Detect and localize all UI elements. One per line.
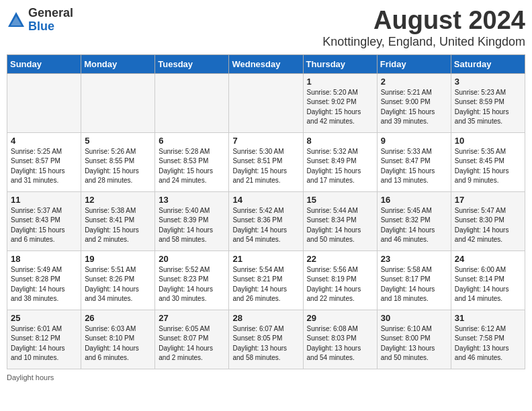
day-info: Sunrise: 6:03 AM Sunset: 8:10 PM Dayligh… xyxy=(85,324,151,363)
day-info: Sunrise: 5:37 AM Sunset: 8:43 PM Dayligh… xyxy=(11,206,77,245)
calendar-day-cell: 21Sunrise: 5:54 AM Sunset: 8:21 PM Dayli… xyxy=(229,250,303,310)
calendar-day-cell: 16Sunrise: 5:45 AM Sunset: 8:32 PM Dayli… xyxy=(377,191,451,250)
day-number: 6 xyxy=(159,136,225,146)
day-number: 2 xyxy=(381,77,447,87)
calendar-day-cell xyxy=(81,73,155,132)
day-number: 1 xyxy=(307,77,373,87)
calendar-day-cell: 8Sunrise: 5:32 AM Sunset: 8:49 PM Daylig… xyxy=(303,132,377,191)
day-info: Sunrise: 6:01 AM Sunset: 8:12 PM Dayligh… xyxy=(11,324,77,363)
month-title: August 2024 xyxy=(322,7,525,35)
day-number: 7 xyxy=(232,136,299,146)
day-of-week-header: Saturday xyxy=(451,54,525,73)
calendar-day-cell: 15Sunrise: 5:44 AM Sunset: 8:34 PM Dayli… xyxy=(303,191,377,250)
calendar-day-cell: 31Sunrise: 6:12 AM Sunset: 7:58 PM Dayli… xyxy=(451,310,525,369)
day-info: Sunrise: 6:00 AM Sunset: 8:14 PM Dayligh… xyxy=(455,265,521,304)
day-info: Sunrise: 5:40 AM Sunset: 8:39 PM Dayligh… xyxy=(159,206,225,245)
daylight-hours-label: Daylight hours xyxy=(7,373,54,381)
calendar-day-cell: 1Sunrise: 5:20 AM Sunset: 9:02 PM Daylig… xyxy=(303,73,377,132)
calendar-day-cell: 4Sunrise: 5:25 AM Sunset: 8:57 PM Daylig… xyxy=(7,132,81,191)
calendar-day-cell xyxy=(229,73,303,132)
day-number: 25 xyxy=(11,313,77,323)
day-info: Sunrise: 5:25 AM Sunset: 8:57 PM Dayligh… xyxy=(11,147,77,186)
day-number: 3 xyxy=(455,77,521,87)
day-number: 14 xyxy=(232,195,299,205)
calendar-table: SundayMondayTuesdayWednesdayThursdayFrid… xyxy=(7,54,525,369)
calendar-day-cell: 13Sunrise: 5:40 AM Sunset: 8:39 PM Dayli… xyxy=(155,191,229,250)
day-info: Sunrise: 6:10 AM Sunset: 8:00 PM Dayligh… xyxy=(381,324,447,363)
calendar-day-cell: 20Sunrise: 5:52 AM Sunset: 8:23 PM Dayli… xyxy=(155,250,229,310)
calendar-header-row: SundayMondayTuesdayWednesdayThursdayFrid… xyxy=(7,54,525,73)
day-of-week-header: Sunday xyxy=(7,54,81,73)
calendar-day-cell: 24Sunrise: 6:00 AM Sunset: 8:14 PM Dayli… xyxy=(451,250,525,310)
calendar-day-cell: 12Sunrise: 5:38 AM Sunset: 8:41 PM Dayli… xyxy=(81,191,155,250)
location-title: Knottingley, England, United Kingdom xyxy=(322,35,525,49)
day-number: 9 xyxy=(381,136,447,146)
calendar-day-cell: 17Sunrise: 5:47 AM Sunset: 8:30 PM Dayli… xyxy=(451,191,525,250)
day-info: Sunrise: 5:51 AM Sunset: 8:26 PM Dayligh… xyxy=(85,265,151,304)
day-number: 17 xyxy=(455,195,521,205)
day-number: 16 xyxy=(381,195,447,205)
day-number: 30 xyxy=(381,313,447,323)
day-info: Sunrise: 5:28 AM Sunset: 8:53 PM Dayligh… xyxy=(159,147,225,186)
day-info: Sunrise: 5:42 AM Sunset: 8:36 PM Dayligh… xyxy=(232,206,299,245)
title-area: August 2024 Knottingley, England, United… xyxy=(322,7,525,49)
logo-icon xyxy=(7,11,26,30)
day-info: Sunrise: 5:54 AM Sunset: 8:21 PM Dayligh… xyxy=(232,265,299,304)
calendar-day-cell: 23Sunrise: 5:58 AM Sunset: 8:17 PM Dayli… xyxy=(377,250,451,310)
day-info: Sunrise: 5:45 AM Sunset: 8:32 PM Dayligh… xyxy=(381,206,447,245)
day-number: 19 xyxy=(85,254,151,264)
calendar-day-cell: 5Sunrise: 5:26 AM Sunset: 8:55 PM Daylig… xyxy=(81,132,155,191)
day-number: 18 xyxy=(11,254,77,264)
day-info: Sunrise: 5:21 AM Sunset: 9:00 PM Dayligh… xyxy=(381,88,447,127)
calendar-week-row: 18Sunrise: 5:49 AM Sunset: 8:28 PM Dayli… xyxy=(7,250,525,310)
calendar-day-cell: 9Sunrise: 5:33 AM Sunset: 8:47 PM Daylig… xyxy=(377,132,451,191)
day-number: 20 xyxy=(159,254,225,264)
day-number: 26 xyxy=(85,313,151,323)
day-info: Sunrise: 6:05 AM Sunset: 8:07 PM Dayligh… xyxy=(159,324,225,363)
day-number: 8 xyxy=(307,136,373,146)
calendar-week-row: 25Sunrise: 6:01 AM Sunset: 8:12 PM Dayli… xyxy=(7,310,525,369)
day-info: Sunrise: 6:07 AM Sunset: 8:05 PM Dayligh… xyxy=(232,324,299,363)
day-number: 4 xyxy=(11,136,77,146)
header: General Blue August 2024 Knottingley, En… xyxy=(7,7,525,49)
calendar-day-cell: 18Sunrise: 5:49 AM Sunset: 8:28 PM Dayli… xyxy=(7,250,81,310)
day-number: 22 xyxy=(307,254,373,264)
calendar-day-cell: 25Sunrise: 6:01 AM Sunset: 8:12 PM Dayli… xyxy=(7,310,81,369)
logo-blue-text: Blue xyxy=(28,20,73,34)
calendar-day-cell: 14Sunrise: 5:42 AM Sunset: 8:36 PM Dayli… xyxy=(229,191,303,250)
calendar-week-row: 11Sunrise: 5:37 AM Sunset: 8:43 PM Dayli… xyxy=(7,191,525,250)
day-of-week-header: Friday xyxy=(377,54,451,73)
calendar-day-cell: 27Sunrise: 6:05 AM Sunset: 8:07 PM Dayli… xyxy=(155,310,229,369)
day-info: Sunrise: 5:23 AM Sunset: 8:59 PM Dayligh… xyxy=(455,88,521,127)
day-info: Sunrise: 6:08 AM Sunset: 8:03 PM Dayligh… xyxy=(307,324,373,363)
calendar-day-cell xyxy=(7,73,81,132)
day-of-week-header: Wednesday xyxy=(229,54,303,73)
day-info: Sunrise: 5:35 AM Sunset: 8:45 PM Dayligh… xyxy=(455,147,521,186)
calendar-day-cell xyxy=(155,73,229,132)
day-number: 28 xyxy=(232,313,299,323)
calendar-day-cell: 3Sunrise: 5:23 AM Sunset: 8:59 PM Daylig… xyxy=(451,73,525,132)
day-info: Sunrise: 5:33 AM Sunset: 8:47 PM Dayligh… xyxy=(381,147,447,186)
day-info: Sunrise: 5:52 AM Sunset: 8:23 PM Dayligh… xyxy=(159,265,225,304)
day-info: Sunrise: 5:32 AM Sunset: 8:49 PM Dayligh… xyxy=(307,147,373,186)
day-number: 5 xyxy=(85,136,151,146)
footer-note: Daylight hours xyxy=(7,373,525,381)
day-of-week-header: Thursday xyxy=(303,54,377,73)
day-info: Sunrise: 6:12 AM Sunset: 7:58 PM Dayligh… xyxy=(455,324,521,363)
day-info: Sunrise: 5:56 AM Sunset: 8:19 PM Dayligh… xyxy=(307,265,373,304)
day-number: 29 xyxy=(307,313,373,323)
day-info: Sunrise: 5:49 AM Sunset: 8:28 PM Dayligh… xyxy=(11,265,77,304)
day-info: Sunrise: 5:44 AM Sunset: 8:34 PM Dayligh… xyxy=(307,206,373,245)
day-number: 15 xyxy=(307,195,373,205)
calendar-week-row: 1Sunrise: 5:20 AM Sunset: 9:02 PM Daylig… xyxy=(7,73,525,132)
day-number: 31 xyxy=(455,313,521,323)
calendar-day-cell: 30Sunrise: 6:10 AM Sunset: 8:00 PM Dayli… xyxy=(377,310,451,369)
calendar-day-cell: 29Sunrise: 6:08 AM Sunset: 8:03 PM Dayli… xyxy=(303,310,377,369)
calendar-day-cell: 11Sunrise: 5:37 AM Sunset: 8:43 PM Dayli… xyxy=(7,191,81,250)
day-number: 12 xyxy=(85,195,151,205)
day-of-week-header: Monday xyxy=(81,54,155,73)
day-number: 27 xyxy=(159,313,225,323)
calendar-day-cell: 26Sunrise: 6:03 AM Sunset: 8:10 PM Dayli… xyxy=(81,310,155,369)
day-number: 11 xyxy=(11,195,77,205)
calendar-day-cell: 19Sunrise: 5:51 AM Sunset: 8:26 PM Dayli… xyxy=(81,250,155,310)
